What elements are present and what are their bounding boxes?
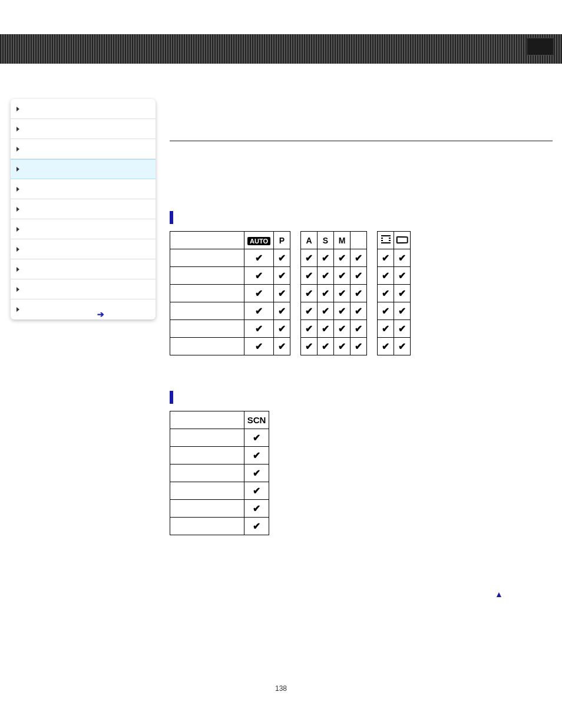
cell — [378, 302, 394, 320]
cell — [351, 302, 367, 320]
check-icon — [255, 289, 263, 298]
cell — [301, 285, 318, 302]
cell — [334, 338, 351, 355]
cell — [244, 429, 269, 447]
chevron-right-icon — [16, 167, 19, 172]
cell — [351, 338, 367, 355]
check-icon — [322, 253, 329, 263]
chevron-right-icon — [16, 107, 19, 111]
check-icon — [355, 342, 362, 351]
sidebar-item-3[interactable] — [11, 159, 156, 179]
table-header-label — [170, 232, 244, 249]
cell — [318, 302, 334, 320]
chevron-right-icon — [16, 207, 19, 212]
sidebar-item-10[interactable] — [11, 299, 156, 319]
cell — [351, 320, 367, 338]
table-row — [170, 482, 269, 500]
cell — [244, 338, 274, 355]
check-icon — [278, 324, 286, 334]
cell — [351, 285, 367, 302]
table-gap — [367, 267, 378, 285]
check-icon — [278, 289, 286, 298]
check-icon — [338, 271, 346, 281]
check-icon — [305, 307, 313, 316]
scene-mode-table: SCN — [170, 411, 269, 535]
table-gap — [367, 249, 378, 267]
cell — [301, 249, 318, 267]
panorama-icon — [396, 236, 408, 243]
check-icon — [255, 271, 263, 281]
table-gap — [367, 320, 378, 338]
cell — [318, 285, 334, 302]
sidebar-item-2[interactable] — [11, 139, 156, 159]
cell — [274, 285, 290, 302]
row-label — [170, 302, 244, 320]
check-icon — [255, 253, 263, 263]
check-icon — [338, 324, 346, 334]
chevron-right-icon — [16, 307, 19, 312]
cell — [244, 320, 274, 338]
table-gap — [290, 267, 301, 285]
sidebar-item-7[interactable] — [11, 239, 156, 259]
sidebar-item-5[interactable] — [11, 199, 156, 219]
check-icon — [255, 324, 263, 334]
cell — [244, 447, 269, 465]
check-icon — [398, 324, 406, 334]
check-icon — [398, 253, 406, 263]
cell — [394, 320, 411, 338]
check-icon — [355, 324, 362, 334]
sidebar-item-1[interactable] — [11, 119, 156, 139]
check-icon — [382, 307, 389, 316]
sidebar-item-8[interactable] — [11, 259, 156, 279]
table-row — [170, 447, 269, 465]
cell — [301, 320, 318, 338]
check-icon — [278, 271, 286, 281]
table-gap — [367, 302, 378, 320]
check-icon — [398, 342, 406, 351]
back-to-top-link[interactable]: ▲ — [495, 589, 503, 599]
check-icon — [322, 289, 329, 298]
check-icon — [382, 289, 389, 298]
table-header-a: A — [301, 232, 318, 249]
chevron-right-icon — [16, 227, 19, 232]
table-gap — [367, 232, 378, 249]
cell — [394, 338, 411, 355]
sidebar-item-0[interactable] — [11, 99, 156, 119]
check-icon — [382, 342, 389, 351]
header-band — [0, 34, 562, 64]
table-row — [170, 429, 269, 447]
table-header-blank — [351, 232, 367, 249]
cell — [244, 267, 274, 285]
check-icon — [382, 324, 389, 334]
page-number: 138 — [0, 684, 562, 693]
cell — [378, 338, 394, 355]
table-row — [170, 500, 269, 518]
check-icon — [338, 307, 346, 316]
chevron-right-icon — [16, 247, 19, 252]
check-icon — [355, 253, 362, 263]
cell — [334, 249, 351, 267]
cell — [394, 267, 411, 285]
row-label — [170, 249, 244, 267]
cell — [244, 500, 269, 518]
sidebar-item-9[interactable] — [11, 279, 156, 299]
check-icon — [253, 433, 260, 443]
cell — [378, 267, 394, 285]
row-label — [170, 518, 244, 535]
row-label — [170, 465, 244, 482]
check-icon — [382, 253, 389, 263]
check-icon — [398, 271, 406, 281]
section-divider — [170, 140, 553, 141]
cell — [334, 302, 351, 320]
cell — [244, 285, 274, 302]
check-icon — [253, 486, 260, 496]
cell — [318, 320, 334, 338]
section-marker-icon — [170, 391, 173, 404]
cell — [301, 338, 318, 355]
row-label — [170, 267, 244, 285]
cell — [378, 320, 394, 338]
row-label — [170, 338, 244, 355]
sidebar-item-4[interactable] — [11, 179, 156, 199]
sidebar-item-6[interactable] — [11, 219, 156, 239]
row-label — [170, 447, 244, 465]
